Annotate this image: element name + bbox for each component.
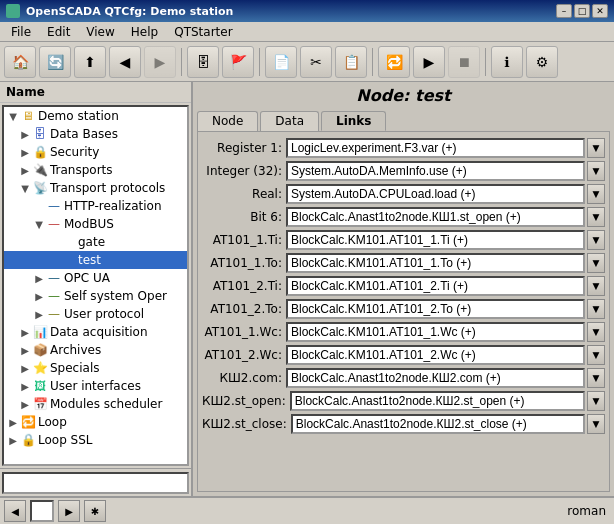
menu-qtstarter[interactable]: QTStarter bbox=[167, 23, 239, 41]
close-button[interactable]: ✕ bbox=[592, 4, 608, 18]
dropdown-register1[interactable]: ▼ bbox=[587, 138, 605, 158]
expand-icon[interactable]: ▶ bbox=[32, 307, 46, 321]
dropdown-ksh2-st-close[interactable]: ▼ bbox=[587, 414, 605, 434]
tree-item-http[interactable]: — HTTP-realization bbox=[4, 197, 187, 215]
settings-button[interactable]: ⚙ bbox=[526, 46, 558, 78]
input-at101-2-to[interactable] bbox=[286, 299, 585, 319]
input-at101-1-to[interactable] bbox=[286, 253, 585, 273]
expand-icon[interactable]: ▶ bbox=[32, 289, 46, 303]
expand-icon[interactable]: ▶ bbox=[18, 145, 32, 159]
back-button[interactable]: ◀ bbox=[109, 46, 141, 78]
status-nav-next[interactable]: ▶ bbox=[58, 500, 80, 522]
tree-item-user-interfaces[interactable]: ▶ 🖼 User interfaces bbox=[4, 377, 187, 395]
tree-item-modbus[interactable]: ▼ — ModBUS bbox=[4, 215, 187, 233]
tree-item-specials[interactable]: ▶ ⭐ Specials bbox=[4, 359, 187, 377]
expand-icon[interactable]: ▶ bbox=[32, 271, 46, 285]
tree-item-archives[interactable]: ▶ 📦 Archives bbox=[4, 341, 187, 359]
input-at101-2-ti[interactable] bbox=[286, 276, 585, 296]
expand-icon[interactable]: ▶ bbox=[18, 379, 32, 393]
input-bit6[interactable] bbox=[286, 207, 585, 227]
expand-icon[interactable]: ▼ bbox=[32, 217, 46, 231]
refresh-button[interactable]: 🔄 bbox=[39, 46, 71, 78]
input-register1[interactable] bbox=[286, 138, 585, 158]
menu-file[interactable]: File bbox=[4, 23, 38, 41]
dropdown-at101-1-wc[interactable]: ▼ bbox=[587, 322, 605, 342]
flag-button[interactable]: 🚩 bbox=[222, 46, 254, 78]
menu-view[interactable]: View bbox=[79, 23, 121, 41]
field-bit6: Bit 6: ▼ bbox=[202, 207, 605, 227]
tree-item-loop[interactable]: ▶ 🔁 Loop bbox=[4, 413, 187, 431]
input-at101-2-wc[interactable] bbox=[286, 345, 585, 365]
expand-icon[interactable]: ▶ bbox=[18, 325, 32, 339]
tab-node[interactable]: Node bbox=[197, 111, 258, 131]
tree-item-modules-scheduler[interactable]: ▶ 📅 Modules scheduler bbox=[4, 395, 187, 413]
expand-icon[interactable]: ▶ bbox=[18, 343, 32, 357]
status-nav-prev[interactable]: ◀ bbox=[4, 500, 26, 522]
db-button[interactable]: 🗄 bbox=[187, 46, 219, 78]
minimize-button[interactable]: – bbox=[556, 4, 572, 18]
dropdown-real[interactable]: ▼ bbox=[587, 184, 605, 204]
expand-icon[interactable]: ▶ bbox=[18, 361, 32, 375]
input-integer32[interactable] bbox=[286, 161, 585, 181]
expand-icon[interactable]: ▶ bbox=[6, 415, 20, 429]
up-button[interactable]: ⬆ bbox=[74, 46, 106, 78]
expand-icon[interactable]: ▼ bbox=[18, 181, 32, 195]
tree-label: Loop bbox=[38, 415, 67, 429]
tree-item-user-protocol[interactable]: ▶ — User protocol bbox=[4, 305, 187, 323]
input-real[interactable] bbox=[286, 184, 585, 204]
tree-item-self-system[interactable]: ▶ — Self system Oper bbox=[4, 287, 187, 305]
tree-item-test[interactable]: test bbox=[4, 251, 187, 269]
tree-item-data-acquisition[interactable]: ▶ 📊 Data acquisition bbox=[4, 323, 187, 341]
menu-edit[interactable]: Edit bbox=[40, 23, 77, 41]
info-button[interactable]: ℹ bbox=[491, 46, 523, 78]
forward-button[interactable]: ▶ bbox=[144, 46, 176, 78]
status-asterisk[interactable]: ✱ bbox=[84, 500, 106, 522]
dropdown-integer32[interactable]: ▼ bbox=[587, 161, 605, 181]
dropdown-ksh2-st-open[interactable]: ▼ bbox=[587, 391, 605, 411]
menu-help[interactable]: Help bbox=[124, 23, 165, 41]
tab-links[interactable]: Links bbox=[321, 111, 386, 131]
expand-icon[interactable]: ▶ bbox=[18, 127, 32, 141]
tree-item-demo-station[interactable]: ▼ 🖥 Demo station bbox=[4, 107, 187, 125]
stop-button[interactable]: ⏹ bbox=[448, 46, 480, 78]
input-ksh2-st-open[interactable] bbox=[290, 391, 585, 411]
dropdown-at101-1-to[interactable]: ▼ bbox=[587, 253, 605, 273]
status-page-input[interactable] bbox=[30, 500, 54, 522]
tree-item-transport-protocols[interactable]: ▼ 📡 Transport protocols bbox=[4, 179, 187, 197]
tab-content: Register 1: ▼ Integer (32): ▼ Real: ▼ bbox=[197, 131, 610, 492]
input-ksh2-st-close[interactable] bbox=[291, 414, 585, 434]
expand-icon[interactable]: ▶ bbox=[6, 433, 20, 447]
dropdown-at101-1-ti[interactable]: ▼ bbox=[587, 230, 605, 250]
tree-item-gate[interactable]: gate bbox=[4, 233, 187, 251]
dropdown-bit6[interactable]: ▼ bbox=[587, 207, 605, 227]
tree-item-security[interactable]: ▶ 🔒 Security bbox=[4, 143, 187, 161]
dropdown-at101-2-to[interactable]: ▼ bbox=[587, 299, 605, 319]
maximize-button[interactable]: □ bbox=[574, 4, 590, 18]
home-button[interactable]: 🏠 bbox=[4, 46, 36, 78]
dropdown-at101-2-ti[interactable]: ▼ bbox=[587, 276, 605, 296]
expand-icon[interactable]: ▶ bbox=[18, 163, 32, 177]
input-at101-1-ti[interactable] bbox=[286, 230, 585, 250]
tree-search-input[interactable] bbox=[2, 472, 189, 494]
tree-label: Specials bbox=[50, 361, 100, 375]
input-at101-1-wc[interactable] bbox=[286, 322, 585, 342]
copy-button[interactable]: 📄 bbox=[265, 46, 297, 78]
tab-data[interactable]: Data bbox=[260, 111, 319, 131]
folder-icon: 🖥 bbox=[20, 108, 36, 124]
input-ksh2-com[interactable] bbox=[286, 368, 585, 388]
expand-icon[interactable]: ▼ bbox=[6, 109, 20, 123]
tree-item-data-bases[interactable]: ▶ 🗄 Data Bases bbox=[4, 125, 187, 143]
tree-item-loop-ssl[interactable]: ▶ 🔒 Loop SSL bbox=[4, 431, 187, 449]
play-button[interactable]: ▶ bbox=[413, 46, 445, 78]
tree-item-opc-ua[interactable]: ▶ — OPC UA bbox=[4, 269, 187, 287]
tree-item-transports[interactable]: ▶ 🔌 Transports bbox=[4, 161, 187, 179]
sync-button[interactable]: 🔁 bbox=[378, 46, 410, 78]
paste-button[interactable]: 📋 bbox=[335, 46, 367, 78]
label-ksh2-st-close: КШ2.st_close: bbox=[202, 417, 287, 431]
cut-button[interactable]: ✂ bbox=[300, 46, 332, 78]
tree-container[interactable]: ▼ 🖥 Demo station ▶ 🗄 Data Bases ▶ 🔒 Secu… bbox=[2, 105, 189, 466]
dropdown-ksh2-com[interactable]: ▼ bbox=[587, 368, 605, 388]
title-bar-left: OpenSCADA QTCfg: Demo station bbox=[6, 4, 233, 18]
dropdown-at101-2-wc[interactable]: ▼ bbox=[587, 345, 605, 365]
expand-icon[interactable]: ▶ bbox=[18, 397, 32, 411]
